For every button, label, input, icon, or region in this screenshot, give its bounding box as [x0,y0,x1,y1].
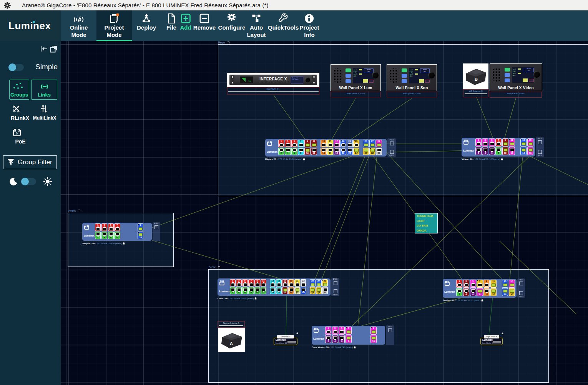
svg-text:A: A [230,341,233,346]
svg-text:B: B [475,77,478,82]
